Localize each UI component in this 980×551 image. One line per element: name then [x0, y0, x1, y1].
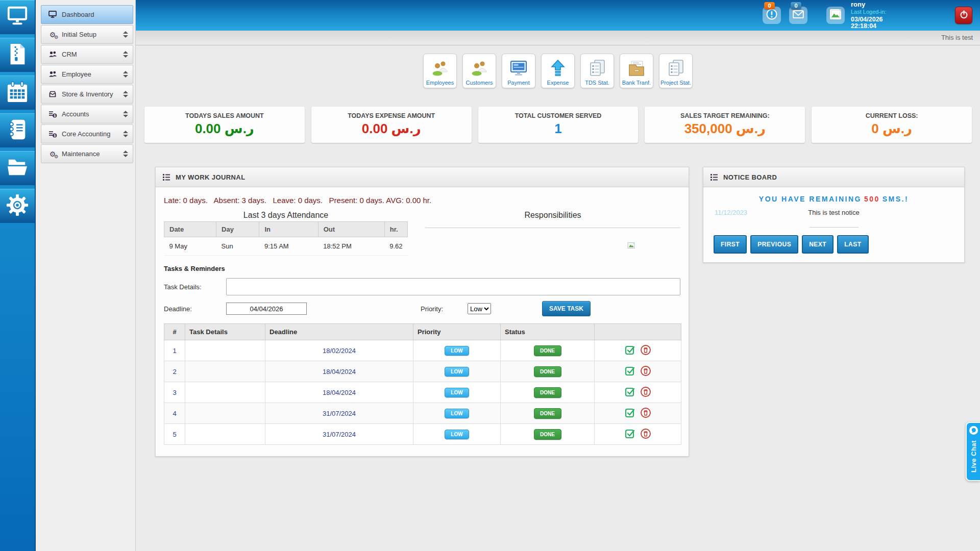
deadline-input[interactable]	[226, 303, 307, 315]
status-badge[interactable]: DONE	[534, 387, 561, 398]
sidebar-item-accounts[interactable]: $ Accounts	[41, 105, 133, 123]
task-deadline: 31/07/2024	[265, 403, 413, 424]
deadline-label: Deadline:	[164, 305, 226, 313]
last-login-label: Last Loged-in:	[851, 9, 906, 15]
erp-dashboard: Dashboard ⚙⚙ Initial Setup CRM Employee …	[0, 0, 980, 551]
users-icon	[46, 71, 59, 78]
last-button[interactable]: LAST	[837, 235, 868, 254]
message-badge: 0	[791, 2, 801, 9]
save-task-button[interactable]: SAVE TASK	[542, 301, 591, 316]
stat-card-sales: TODAYS SALES AMOUNT 0.00 ر.س	[144, 107, 305, 143]
expand-collapse-icon	[123, 131, 128, 137]
stat-value: 0 ر.س	[812, 121, 972, 137]
priority-badge[interactable]: LOW	[445, 409, 469, 418]
sidebar-item-maintenance[interactable]: ⚙⚙ Maintenance	[41, 144, 133, 163]
delete-task-icon[interactable]	[640, 365, 651, 378]
rail-dashboard-button[interactable]	[0, 0, 35, 34]
quick-payment-button[interactable]: Payment	[502, 54, 535, 88]
sms-count: 500	[864, 195, 880, 203]
live-chat-tab[interactable]: Live Chat	[966, 422, 980, 481]
notice-row: 11/12/2023 This is test notice	[703, 209, 964, 217]
sidebar-item-store-inventory[interactable]: Store & Inventory	[41, 85, 133, 104]
task-number: 4	[164, 403, 185, 424]
stat-title: TOTAL CUSTOMER SERVED	[478, 112, 639, 119]
complete-task-icon[interactable]	[624, 407, 635, 420]
priority-badge[interactable]: LOW	[445, 430, 469, 439]
complete-task-icon[interactable]	[624, 365, 635, 378]
expand-collapse-icon	[123, 91, 128, 97]
monitor-icon	[6, 5, 29, 30]
quick-project-stat-button[interactable]: Project Stat.	[659, 54, 693, 88]
power-icon	[959, 10, 969, 21]
priority-badge[interactable]: LOW	[445, 367, 469, 377]
rail-calendar-button[interactable]	[0, 76, 35, 110]
delete-task-icon[interactable]	[640, 428, 651, 441]
rail-archive-button[interactable]	[0, 38, 35, 72]
expand-collapse-icon	[123, 71, 128, 78]
attendance-title: Last 3 days Attendance	[164, 209, 408, 221]
next-button[interactable]: NEXT	[802, 235, 834, 254]
sidebar-item-initial-setup[interactable]: ⚙⚙ Initial Setup	[41, 25, 133, 44]
inbox-icon	[46, 91, 59, 97]
attendance-summary: Late: 0 days. Absent: 3 days. Leave: 0 d…	[156, 187, 689, 205]
complete-task-icon[interactable]	[624, 386, 635, 399]
task-number: 1	[164, 340, 185, 361]
icon-rail	[0, 0, 36, 551]
messages-button[interactable]: 0	[789, 7, 807, 24]
first-button[interactable]: FIRST	[714, 235, 747, 254]
delete-task-icon[interactable]	[640, 344, 651, 357]
sidebar-item-dashboard[interactable]: Dashboard	[41, 5, 133, 24]
status-badge[interactable]: DONE	[534, 345, 561, 356]
notification-badge: 0	[764, 2, 775, 9]
sidebar-item-label: Core Accounting	[59, 130, 123, 138]
logout-button[interactable]	[955, 7, 972, 24]
live-chat-label: Live Chat	[970, 440, 977, 472]
status-bar: This is test	[136, 31, 980, 45]
quick-bank-transfer-button[interactable]: Bank Tranf.	[620, 54, 653, 88]
attendance-date: 9 May	[164, 237, 216, 256]
ledger-icon: $	[46, 111, 59, 118]
profile-photo-button[interactable]	[826, 7, 845, 24]
chat-icon	[969, 426, 978, 437]
rail-folder-button[interactable]	[0, 151, 35, 185]
quick-employees-button[interactable]: Employees	[423, 54, 457, 88]
column-header	[595, 324, 681, 340]
sms-remaining-line: YOU HAVE REMAINING500SMS.!	[703, 195, 964, 203]
stat-card-sales-target: SALES TARGET REMAINING: 350,000 ر.س	[645, 107, 805, 143]
priority-badge[interactable]: LOW	[445, 388, 469, 397]
task-details-input[interactable]	[226, 278, 680, 295]
stat-title: SALES TARGET REMAINING:	[645, 112, 805, 119]
documents-icon	[667, 59, 684, 79]
quick-expense-button[interactable]: Expense	[541, 54, 575, 88]
previous-button[interactable]: PREVIOUS	[750, 235, 798, 254]
status-badge[interactable]: DONE	[534, 366, 561, 377]
task-row: 5 31/07/2024 LOW DONE	[164, 424, 681, 445]
expand-collapse-icon	[123, 31, 128, 38]
gears-icon: ⚙⚙	[46, 31, 59, 38]
priority-badge[interactable]: LOW	[445, 346, 469, 356]
archive-icon	[6, 42, 29, 68]
stat-card-current-loss: CURRENT LOSS: 0 ر.س	[812, 107, 972, 143]
task-details-cell	[185, 340, 265, 361]
quick-customers-button[interactable]: Customers	[462, 54, 496, 88]
notifications-button[interactable]: 0	[763, 7, 781, 24]
user-info[interactable]: rony Last Loged-in: 03/04/2026 22:18:04	[851, 1, 906, 30]
rail-settings-button[interactable]	[0, 189, 35, 223]
status-badge[interactable]: DONE	[534, 429, 561, 440]
column-header: Date	[164, 222, 216, 237]
complete-task-icon[interactable]	[624, 428, 635, 441]
sidebar-item-employee[interactable]: Employee	[41, 65, 133, 84]
status-badge[interactable]: DONE	[534, 408, 561, 419]
sidebar-item-core-accounting[interactable]: $ Core Accounting	[41, 124, 133, 143]
sidebar-item-label: Initial Setup	[59, 31, 123, 38]
delete-task-icon[interactable]	[640, 407, 651, 420]
delete-task-icon[interactable]	[640, 386, 651, 399]
notice-board-header: NOTICE BOARD	[703, 167, 964, 187]
journal-columns: Last 3 days Attendance Date Day In Out h…	[156, 205, 689, 256]
priority-select[interactable]: Low	[468, 303, 491, 314]
table-row: 9 May Sun 9:15 AM 18:52 PM 9.62	[164, 237, 408, 256]
quick-tds-stat-button[interactable]: TDS Stat.	[580, 54, 614, 88]
rail-journal-button[interactable]	[0, 113, 35, 147]
sidebar-item-crm[interactable]: CRM	[41, 45, 133, 64]
complete-task-icon[interactable]	[624, 344, 635, 357]
